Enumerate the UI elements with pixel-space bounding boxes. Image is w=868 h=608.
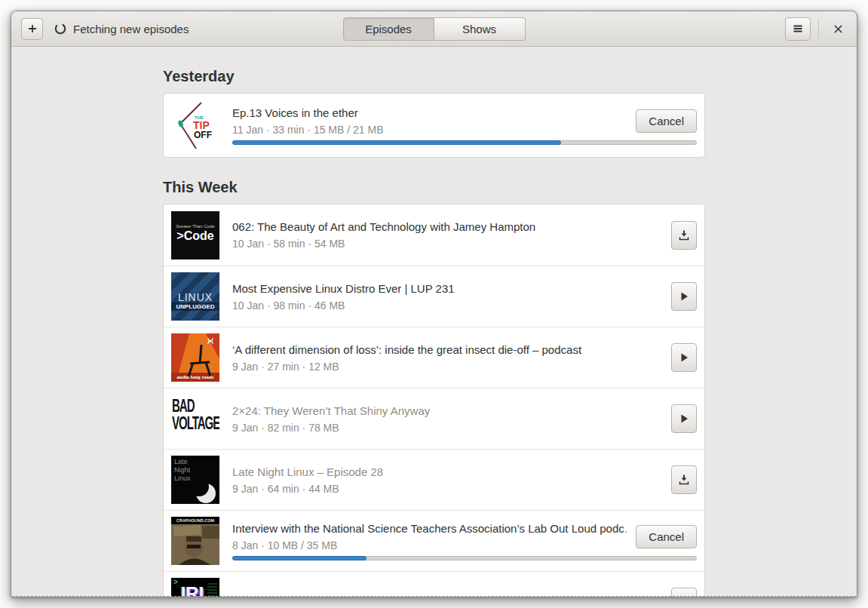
download-progress-fill — [232, 556, 367, 560]
download-button[interactable] — [671, 465, 697, 494]
cover-text: BADVOLTAGE — [172, 397, 219, 432]
episode-meta: 11 Jan · 33 min · 15 MB / 21 MB — [232, 124, 627, 136]
play-button[interactable] — [671, 404, 697, 433]
cover-text: Greater Than Code — [171, 224, 219, 229]
window-close-icon — [833, 23, 844, 35]
titlebar: Fetching new episodes Episodes Shows — [11, 11, 857, 47]
tab-episodes[interactable]: Episodes — [343, 17, 434, 41]
play-icon — [678, 413, 690, 425]
episode-title: Ep.13 Voices in the ether — [232, 106, 627, 119]
spinner-icon — [54, 23, 66, 35]
episode-title: ‘A different dimension of loss’: inside … — [232, 343, 662, 356]
episode-row: CRAPHOUND.COM Interview with the Nationa… — [164, 510, 704, 571]
play-icon — [678, 290, 690, 302]
titlebar-separator — [818, 19, 819, 38]
cover-art-audio-long-reads: audio long reads — [171, 333, 219, 382]
download-progress-bar — [232, 556, 697, 560]
cover-text: CRAPHOUND.COM — [171, 517, 219, 524]
download-icon — [678, 229, 690, 241]
yesterday-card: THE TIP OFF Ep.13 Voices in the ether 11… — [163, 93, 705, 158]
app-window: Fetching new episodes Episodes Shows Yes… — [11, 11, 857, 597]
cover-art-linux-unplugged: LINUX UNPLUGGED — [171, 272, 219, 321]
cover-text: OFF — [194, 130, 212, 140]
episode-row: BADVOLTAGE 2×24: They Weren’t That Shiny… — [164, 388, 704, 449]
window-close-button[interactable] — [827, 17, 849, 40]
scroll-undershoot-indicator — [12, 596, 856, 597]
this-week-card: Greater Than Code >Code 062: The Beauty … — [163, 204, 705, 597]
episode-row: LINUX UNPLUGGED Most Expensive Linux Dis… — [164, 266, 704, 327]
episode-meta: 9 Jan · 27 min · 12 MB — [232, 361, 662, 373]
episode-title: Most Expensive Linux Distro Ever | LUP 2… — [232, 282, 662, 295]
glitch-noise-graphic — [207, 582, 217, 597]
episodes-scroll-area[interactable]: Yesterday THE TIP OFF — [11, 47, 857, 597]
hamburger-menu-icon — [792, 23, 804, 35]
crescent-moon-graphic — [196, 484, 216, 503]
cover-art-the-tip-off: THE TIP OFF — [171, 101, 219, 149]
add-podcast-button[interactable] — [21, 18, 43, 40]
cover-text: LateNightLinux — [174, 458, 191, 483]
download-icon — [678, 474, 690, 486]
cover-text: UNPLUGGED — [171, 302, 219, 311]
cancel-download-button[interactable]: Cancel — [636, 525, 697, 548]
episode-row: LateNightLinux Late Night Linux – Episod… — [164, 449, 704, 510]
cover-text: audio long reads — [171, 373, 219, 382]
titlebar-right-controls — [785, 17, 849, 41]
episode-title: 062: The Beauty of Art and Technology wi… — [232, 220, 662, 233]
view-switcher: Episodes Shows — [343, 17, 526, 41]
download-progress-bar — [232, 140, 697, 145]
episode-row: audio long reads ‘A different dimension … — [164, 327, 704, 388]
episode-row: Greater Than Code >Code 062: The Beauty … — [164, 204, 704, 266]
download-progress-fill — [232, 140, 561, 145]
cover-art-irl: > IRL — [171, 578, 219, 597]
cancel-download-button[interactable]: Cancel — [636, 109, 697, 133]
episode-title: 2×24: They Weren’t That Shiny Anyway — [232, 404, 662, 417]
cover-art-craphound: CRAPHOUND.COM — [171, 517, 219, 565]
plus-icon — [26, 23, 38, 35]
section-heading-this-week: This Week — [163, 179, 705, 196]
episode-row: THE TIP OFF Ep.13 Voices in the ether 11… — [164, 94, 704, 157]
episode-meta: 10 Jan · 98 min · 46 MB — [232, 299, 662, 312]
section-heading-yesterday: Yesterday — [163, 68, 705, 85]
episode-meta: 9 Jan · 64 min · 44 MB — [232, 483, 662, 495]
menu-button[interactable] — [785, 17, 811, 41]
play-button[interactable] — [671, 282, 697, 311]
cover-art-bad-voltage: BADVOLTAGE — [171, 395, 219, 443]
episode-row: > IRL Bot or Not — [164, 571, 704, 597]
cover-text: LINUX — [171, 291, 219, 303]
cover-text: >Code — [171, 229, 219, 243]
episode-title: Interview with the National Science Teac… — [232, 522, 627, 535]
episode-meta: 10 Jan · 58 min · 54 MB — [232, 238, 662, 250]
tab-shows[interactable]: Shows — [434, 17, 526, 41]
cover-art-late-night-linux: LateNightLinux — [171, 456, 219, 504]
status-text: Fetching new episodes — [73, 23, 189, 35]
episode-title: Late Night Linux – Episode 28 — [232, 465, 662, 478]
play-icon — [678, 352, 690, 364]
play-button[interactable] — [671, 343, 697, 372]
cover-art-greater-than-code: Greater Than Code >Code — [171, 211, 219, 259]
episode-meta: 9 Jan · 82 min · 78 MB — [232, 422, 662, 434]
episode-meta: 8 Jan · 10 MB / 35 MB — [232, 539, 627, 551]
download-button[interactable] — [671, 221, 697, 250]
